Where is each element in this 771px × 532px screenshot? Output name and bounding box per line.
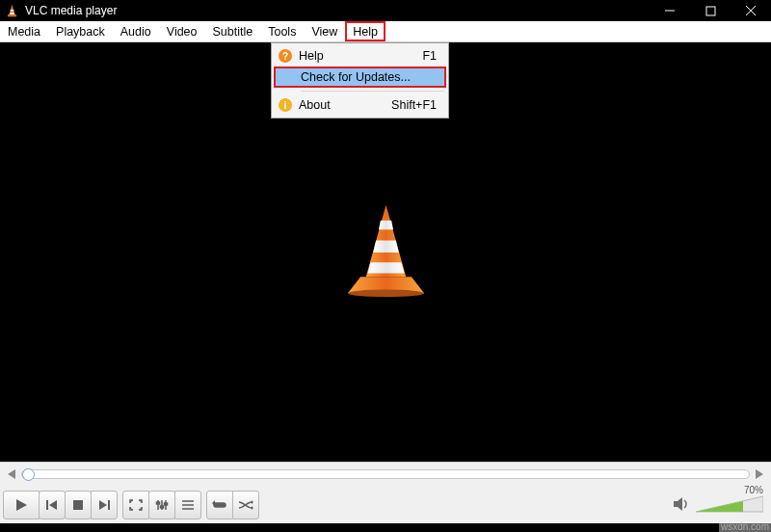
- dropdown-shortcut: F1: [422, 49, 446, 63]
- menu-audio[interactable]: Audio: [113, 21, 159, 41]
- svg-marker-2: [10, 13, 15, 14]
- vlc-cone-icon: [6, 4, 19, 17]
- svg-rect-21: [108, 500, 110, 510]
- svg-rect-5: [706, 7, 715, 15]
- seek-row: [0, 463, 771, 486]
- menu-help-help[interactable]: ? Help F1: [274, 45, 446, 66]
- svg-marker-33: [252, 506, 253, 510]
- svg-rect-17: [46, 500, 48, 510]
- svg-point-13: [347, 290, 423, 298]
- seek-slider[interactable]: [21, 469, 750, 479]
- mode-group: [207, 491, 259, 519]
- svg-marker-16: [16, 499, 27, 511]
- playlist-button[interactable]: [174, 491, 201, 519]
- menu-tools[interactable]: Tools: [260, 21, 304, 41]
- svg-marker-11: [367, 262, 404, 273]
- dropdown-item-label: Check for Updates...: [299, 70, 444, 84]
- seek-next-marker[interactable]: [754, 465, 765, 484]
- menu-video[interactable]: Video: [159, 21, 205, 41]
- svg-marker-14: [8, 469, 15, 479]
- playback-controls: 70%: [0, 462, 771, 523]
- playback-group: [4, 491, 118, 519]
- stop-button[interactable]: [65, 491, 92, 519]
- volume-percent-label: 70%: [744, 485, 763, 495]
- menu-about[interactable]: i About Shift+F1: [274, 94, 446, 116]
- help-icon: ?: [274, 49, 297, 63]
- menu-bar: Media Playback Audio Video Subtitle Tool…: [0, 21, 771, 42]
- random-button[interactable]: [232, 491, 259, 519]
- svg-marker-15: [756, 469, 763, 479]
- menu-view[interactable]: View: [304, 21, 345, 41]
- menu-media[interactable]: Media: [0, 21, 48, 41]
- dropdown-separator: [301, 91, 444, 92]
- button-row: 70%: [0, 486, 771, 524]
- seek-thumb[interactable]: [22, 468, 35, 481]
- speaker-icon[interactable]: [673, 496, 690, 514]
- svg-marker-32: [252, 500, 253, 504]
- view-group: [123, 491, 201, 519]
- svg-rect-25: [157, 502, 160, 504]
- minimize-button[interactable]: [650, 0, 690, 21]
- skip-back-button[interactable]: [39, 491, 66, 519]
- skip-forward-button[interactable]: [91, 491, 118, 519]
- svg-rect-27: [165, 503, 168, 505]
- dropdown-item-label: About: [297, 98, 391, 112]
- maximize-button[interactable]: [690, 0, 731, 21]
- loop-button[interactable]: [206, 491, 233, 519]
- window-title: VLC media player: [25, 4, 650, 17]
- title-bar: VLC media player: [0, 0, 771, 21]
- play-button[interactable]: [3, 491, 40, 519]
- close-button[interactable]: [731, 0, 771, 21]
- dropdown-item-label: Help: [297, 49, 422, 63]
- menu-subtitle[interactable]: Subtitle: [205, 21, 261, 41]
- svg-marker-20: [99, 500, 107, 510]
- svg-rect-3: [8, 14, 16, 16]
- fullscreen-button[interactable]: [122, 491, 149, 519]
- svg-marker-34: [674, 497, 682, 511]
- extended-settings-button[interactable]: [148, 491, 175, 519]
- svg-marker-1: [11, 10, 14, 12]
- volume-slider[interactable]: 70%: [696, 494, 763, 516]
- svg-marker-18: [49, 500, 57, 510]
- watermark: wsxdn.com: [719, 521, 771, 532]
- menu-playback[interactable]: Playback: [48, 21, 113, 41]
- dropdown-shortcut: Shift+F1: [391, 98, 446, 112]
- svg-marker-10: [373, 241, 398, 253]
- help-dropdown: ? Help F1 Check for Updates... i About S…: [271, 42, 449, 119]
- svg-rect-26: [161, 506, 164, 508]
- menu-help[interactable]: Help: [345, 21, 386, 41]
- menu-check-for-updates[interactable]: Check for Updates...: [274, 66, 446, 88]
- svg-rect-19: [73, 500, 83, 510]
- svg-marker-9: [378, 221, 392, 229]
- info-icon: i: [274, 98, 297, 112]
- seek-prev-marker[interactable]: [6, 465, 17, 484]
- vlc-cone-logo-icon: [340, 202, 432, 302]
